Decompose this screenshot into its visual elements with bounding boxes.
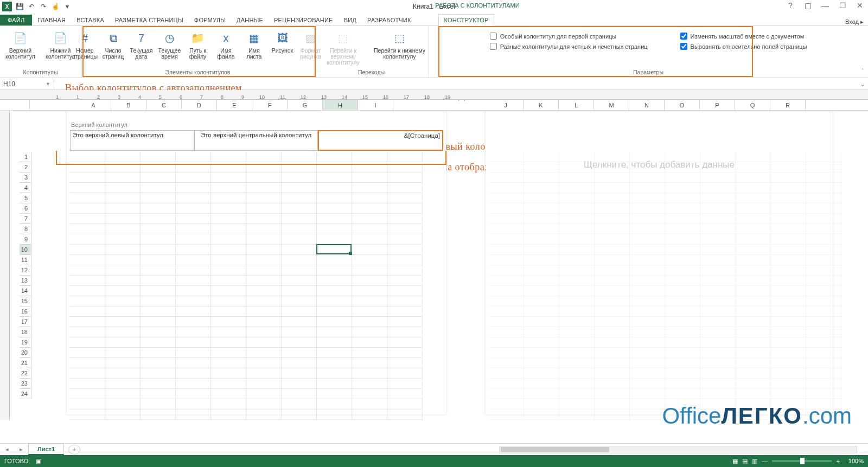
column-header[interactable]: Q xyxy=(735,100,770,111)
ribbon-icon: 📄 xyxy=(52,29,69,47)
view-pagelayout-icon[interactable]: ▤ xyxy=(742,458,748,465)
column-header[interactable]: O xyxy=(665,100,700,111)
tab-design[interactable]: КОНСТРУКТОР xyxy=(438,14,495,26)
vertical-ruler xyxy=(0,111,10,420)
tab-view[interactable]: ВИД xyxy=(339,15,362,25)
column-header[interactable]: J xyxy=(488,100,524,111)
group-label: Колонтитулы xyxy=(23,68,58,76)
qat-touch-icon[interactable]: ☝ xyxy=(51,2,60,11)
ribbon-icon: ⬚ xyxy=(391,29,409,47)
name-box[interactable]: H10 ▼ xyxy=(0,79,54,89)
horizontal-scrollbar[interactable] xyxy=(499,446,857,453)
column-header[interactable]: R xyxy=(770,100,806,111)
ribbon-label: Перейти к нижнему колонтитулу xyxy=(374,48,426,60)
ribbon-button[interactable]: ▦Имя листа xyxy=(241,28,267,61)
ribbon-button[interactable]: xИмя файла xyxy=(213,28,239,61)
zoom-value[interactable]: 100% xyxy=(848,458,864,464)
quick-access-toolbar: X 💾 ↶ ↷ ☝ ▾ xyxy=(0,2,72,11)
window-controls: ? ▢ — ☐ ✕ xyxy=(784,1,866,10)
sheet-tab[interactable]: Лист1 xyxy=(28,444,64,455)
header-left[interactable]: Это верхний левый колонтитул xyxy=(70,130,194,151)
ribbon-label: Номер страницы xyxy=(72,48,98,60)
column-header[interactable]: N xyxy=(629,100,665,111)
ribbon-button[interactable]: ◷Текущее время xyxy=(157,28,183,61)
column-headers: ABCDEFGHI JKLMNOPQR xyxy=(0,100,868,111)
sheet-nav-next-icon[interactable]: ▸ xyxy=(14,446,28,453)
opt-first-page[interactable]: Особый колонтитул для первой страницы xyxy=(490,33,648,40)
ribbon-label: Верхний колонтитул xyxy=(3,48,39,60)
tab-pagelayout[interactable]: РАЗМЕТКА СТРАНИЦЫ xyxy=(110,15,189,25)
tab-review[interactable]: РЕЦЕНЗИРОВАНИЕ xyxy=(269,15,339,25)
page-2: Щелкните, чтобы добавить данные xyxy=(486,111,833,414)
opt-odd-even[interactable]: Разные колонтитулы для четных и нечетных… xyxy=(490,43,648,50)
maximize-icon[interactable]: ☐ xyxy=(837,1,848,10)
ribbon-collapse-icon[interactable]: ˆ xyxy=(861,68,864,74)
tab-developer[interactable]: РАЗРАБОТЧИК xyxy=(362,15,417,25)
ribbon-button[interactable]: 7Текущая дата xyxy=(129,28,155,61)
column-header[interactable]: G xyxy=(288,100,323,111)
ribbon-button[interactable]: 📁Путь к файлу xyxy=(185,28,211,61)
help-icon[interactable]: ? xyxy=(784,1,796,10)
qat-redo-icon[interactable]: ↷ xyxy=(39,2,48,11)
header-right[interactable]: &[Страница] xyxy=(318,130,443,151)
selected-cell[interactable] xyxy=(316,244,352,254)
opt-scale[interactable]: Изменять масштаб вместе с документом xyxy=(680,33,807,40)
minimize-icon[interactable]: — xyxy=(819,1,831,10)
column-header[interactable]: P xyxy=(700,100,735,111)
opt-align[interactable]: Выровнять относительно полей страницы xyxy=(680,43,807,50)
tab-insert[interactable]: ВСТАВКА xyxy=(71,15,110,25)
column-header[interactable]: I xyxy=(358,100,393,111)
ribbon: 📄Верхний колонтитул📄Нижний колонтитул Ко… xyxy=(0,26,868,78)
cell-grid[interactable] xyxy=(489,152,829,414)
ribbon-label: Имя файла xyxy=(214,48,238,60)
tab-formulas[interactable]: ФОРМУЛЫ xyxy=(189,15,231,25)
column-header[interactable]: C xyxy=(146,100,182,111)
expand-formula-icon[interactable]: ⌄ xyxy=(857,80,868,88)
zoom-slider[interactable] xyxy=(772,460,832,462)
checkbox[interactable] xyxy=(490,43,497,50)
tab-home[interactable]: ГЛАВНАЯ xyxy=(32,15,71,25)
cell-grid[interactable] xyxy=(70,152,443,414)
column-header[interactable]: M xyxy=(594,100,629,111)
header-label: Верхний колонтитул xyxy=(71,121,127,128)
ribbon-icon: ⧉ xyxy=(105,29,122,47)
view-pagebreak-icon[interactable]: ▥ xyxy=(752,458,757,465)
header-center[interactable]: Это верхний центральный колонтитул xyxy=(194,130,318,151)
close-icon[interactable]: ✕ xyxy=(854,1,866,10)
view-normal-icon[interactable]: ▦ xyxy=(732,458,738,465)
ribbon-label: Рисунок xyxy=(272,48,293,54)
checkbox[interactable] xyxy=(490,33,497,40)
ribbon-icon: 📁 xyxy=(189,29,207,47)
column-header[interactable]: E xyxy=(217,100,252,111)
dropdown-icon[interactable]: ▼ xyxy=(46,81,50,87)
sign-in-link[interactable]: Вход ▸ xyxy=(845,18,864,25)
tab-data[interactable]: ДАННЫЕ xyxy=(231,15,269,25)
column-header[interactable]: K xyxy=(524,100,559,111)
ribbon-button[interactable]: ⧉Число страниц xyxy=(100,28,126,61)
sheet-nav-prev-icon[interactable]: ◂ xyxy=(0,446,14,453)
checkbox[interactable] xyxy=(680,33,687,40)
qat-dropdown-icon[interactable]: ▾ xyxy=(63,2,72,11)
qat-undo-icon[interactable]: ↶ xyxy=(27,2,36,11)
zoom-out-icon[interactable]: — xyxy=(762,458,768,464)
column-header[interactable]: D xyxy=(182,100,217,111)
ribbon-button[interactable]: 📄Верхний колонтитул xyxy=(2,28,40,61)
ribbon-tabs: ФАЙЛ ГЛАВНАЯ ВСТАВКА РАЗМЕТКА СТРАНИЦЫ Ф… xyxy=(0,13,868,26)
column-header[interactable]: A xyxy=(76,100,111,111)
zoom-in-icon[interactable]: + xyxy=(836,458,839,464)
tab-file[interactable]: ФАЙЛ xyxy=(0,15,32,25)
column-header[interactable]: H xyxy=(323,100,358,111)
ribbon-button[interactable]: ⬚Перейти к нижнему колонтитулу xyxy=(373,28,427,67)
ribbon-icon: 📄 xyxy=(12,29,29,47)
ribbon-button[interactable]: #Номер страницы xyxy=(72,28,98,61)
qat-save-icon[interactable]: 💾 xyxy=(15,2,24,11)
macro-record-icon[interactable]: ▣ xyxy=(36,458,41,465)
checkbox[interactable] xyxy=(680,43,687,50)
add-sheet-button[interactable]: + xyxy=(68,445,80,455)
column-header[interactable]: L xyxy=(559,100,594,111)
column-header[interactable]: F xyxy=(252,100,288,111)
ribbon-button[interactable]: 🖼Рисунок xyxy=(270,28,296,61)
column-header[interactable]: B xyxy=(111,100,146,111)
group-elements: #Номер страницы⧉Число страниц7Текущая да… xyxy=(81,26,315,78)
ribbon-options-icon[interactable]: ▢ xyxy=(802,1,814,10)
